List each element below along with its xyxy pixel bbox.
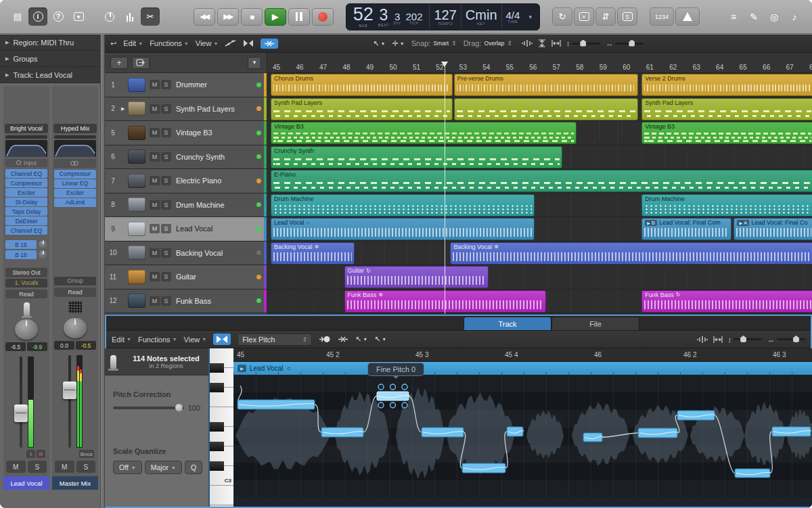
flex-icon[interactable]: [243, 39, 254, 47]
arrange-menu-edit[interactable]: Edit▼: [123, 39, 143, 47]
input-slot[interactable]: [54, 159, 96, 168]
loop-browser-button[interactable]: ◎: [765, 7, 784, 26]
vertical-auto-zoom-icon[interactable]: [538, 39, 546, 47]
pitch-note[interactable]: [638, 428, 677, 438]
piano-black-key[interactable]: [210, 442, 224, 451]
count-in-button[interactable]: 1234: [650, 7, 674, 26]
pitch-note[interactable]: [677, 411, 715, 420]
pitch-note[interactable]: [321, 428, 363, 437]
strip-name-footer[interactable]: Master Mix: [52, 476, 98, 490]
region[interactable]: Lead Vocal○: [271, 218, 535, 240]
pitch-note[interactable]: [238, 400, 315, 409]
editor-menu-functions[interactable]: Functions▼: [138, 336, 177, 344]
piano-black-key[interactable]: [210, 383, 224, 392]
mute-button[interactable]: M: [6, 461, 26, 473]
plugin-slot[interactable]: DeEsser: [5, 216, 47, 225]
group-slot[interactable]: Group: [54, 277, 96, 286]
plugin-slot[interactable]: Compressor: [5, 179, 47, 187]
region[interactable]: ▶BLead Vocal: Final Com: [641, 218, 731, 240]
editor-menu-edit[interactable]: Edit▼: [112, 336, 131, 344]
strip-small-button[interactable]: I: [26, 450, 35, 458]
scale-type-select[interactable]: Major▼: [145, 461, 182, 474]
pointer-tool[interactable]: ↖▼: [373, 39, 385, 48]
piano-black-key[interactable]: [210, 422, 224, 432]
list-editors-button[interactable]: ≡: [724, 7, 743, 26]
arrange-menu-functions[interactable]: Functions▼: [150, 39, 189, 47]
waveform-zoom-icon[interactable]: [522, 39, 533, 47]
track-mute-button[interactable]: M: [150, 80, 160, 89]
editor-ruler[interactable]: 4545 245 345 44646 246 3: [233, 348, 812, 362]
peak-readout[interactable]: -0.5: [76, 341, 96, 350]
track-mute-button[interactable]: M: [150, 296, 160, 306]
editor-vertical-zoom-slider[interactable]: ↕: [728, 336, 763, 344]
plugin-slot[interactable]: Compressor: [54, 170, 96, 179]
editor-fit-icon[interactable]: [713, 336, 723, 344]
pan-knob[interactable]: [64, 318, 87, 339]
editor-flex-pitch-icon[interactable]: [338, 336, 348, 343]
editor-region-bar[interactable]: ▶ Lead Vocal ○: [233, 362, 812, 375]
plugin-slot[interactable]: Exciter: [5, 188, 47, 197]
track-header-options-button[interactable]: ▼: [248, 57, 261, 69]
editor-menu-view[interactable]: View▼: [184, 336, 207, 344]
replace-button[interactable]: ×: [574, 7, 594, 26]
track-header-vintage-b3[interactable]: 5MSVintage B3: [105, 121, 267, 145]
solo-button[interactable]: S: [28, 461, 47, 473]
forward-button[interactable]: ▶▶: [217, 8, 239, 26]
arrange-menu-view[interactable]: View▼: [196, 39, 219, 47]
plugin-slot[interactable]: AdLimit: [54, 198, 96, 207]
track-solo-button[interactable]: S: [161, 176, 171, 185]
channel-strip-setting[interactable]: Hyped Mix: [53, 124, 97, 133]
lcd-display[interactable]: 52BAR 3BEAT 3DIV 202TICK 127TEMPO CminKE…: [346, 3, 540, 30]
track-header-synth-pad-layers[interactable]: 2▶MSSynth Pad Layers: [105, 97, 267, 122]
region[interactable]: Verse 2 Drums: [641, 74, 812, 96]
volume-fader[interactable]: [68, 355, 71, 448]
editors-button[interactable]: ✂: [141, 7, 160, 26]
track-header-guitar[interactable]: 11MSGuitar: [105, 265, 267, 290]
quick-help-button[interactable]: ?: [49, 7, 68, 26]
peak-readout[interactable]: -9.9: [27, 342, 47, 351]
region[interactable]: Vintage B3: [271, 122, 577, 144]
bar-ruler[interactable]: 4546474849505152535455565758596061626364…: [267, 53, 812, 73]
pitch-note[interactable]: [422, 428, 464, 437]
region[interactable]: Funk Bass↻: [641, 290, 812, 313]
tab-file[interactable]: File: [551, 317, 639, 330]
region[interactable]: Vintage B3: [641, 122, 812, 144]
automation-icon[interactable]: [225, 39, 236, 47]
record-enable-button[interactable]: R: [37, 450, 45, 458]
track-solo-button[interactable]: S: [161, 248, 171, 258]
plugin-slot[interactable]: Tape Delay: [5, 207, 47, 216]
track-mute-button[interactable]: M: [150, 200, 160, 210]
autopunch-button[interactable]: ⇵: [595, 7, 616, 26]
pitch-canvas[interactable]: [233, 375, 812, 497]
region[interactable]: Drum Machine: [271, 194, 535, 216]
piano-black-key[interactable]: [210, 363, 224, 373]
plugin-slot[interactable]: Channel EQ: [5, 226, 47, 235]
track-mute-button[interactable]: M: [150, 272, 160, 281]
catch-button[interactable]: [319, 335, 331, 344]
stop-button[interactable]: ■: [241, 8, 263, 26]
duplicate-track-button[interactable]: [132, 57, 150, 69]
low-latency-button[interactable]: S: [617, 7, 637, 26]
plugin-slot[interactable]: Channel EQ: [5, 169, 47, 178]
track-mute-button[interactable]: M: [150, 128, 160, 137]
track-solo-button[interactable]: S: [161, 296, 171, 306]
piano-key[interactable]: [210, 486, 233, 505]
library-button[interactable]: ▤: [8, 7, 27, 26]
send-knob[interactable]: [39, 250, 47, 259]
playhead[interactable]: [445, 62, 445, 314]
media-browser-button[interactable]: ♪: [785, 7, 804, 26]
send-knob[interactable]: [39, 240, 47, 249]
mixer-button[interactable]: [120, 7, 139, 26]
volume-readout[interactable]: -6.5: [5, 342, 26, 351]
editor-secondary-tool[interactable]: ↖▼: [374, 335, 386, 344]
plugin-slot[interactable]: Linear EQ: [54, 179, 96, 188]
track-solo-button[interactable]: S: [161, 104, 171, 114]
volume-readout[interactable]: 0.0: [54, 341, 74, 350]
editor-waveform-zoom-icon[interactable]: [697, 336, 708, 344]
eq-thumbnail[interactable]: [54, 140, 96, 157]
track-inspector-header[interactable]: ▶Track: Lead Vocal: [0, 67, 100, 83]
send-slot[interactable]: B 15: [5, 240, 47, 249]
output-slot[interactable]: [54, 266, 96, 275]
eq-thumbnail[interactable]: [5, 140, 47, 157]
pitch-correction-slider[interactable]: 100: [113, 404, 200, 412]
